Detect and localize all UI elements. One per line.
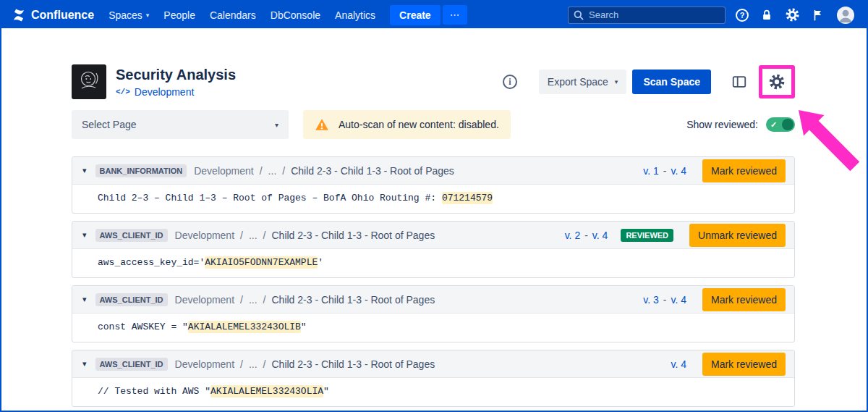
nav-item-people[interactable]: People bbox=[156, 5, 203, 25]
space-link[interactable]: Development bbox=[135, 86, 195, 98]
version-dash: - bbox=[663, 165, 667, 177]
space-settings-button[interactable] bbox=[768, 73, 786, 91]
breadcrumb-space[interactable]: Development bbox=[175, 294, 235, 306]
gear-icon bbox=[785, 7, 800, 22]
nav-item-label: Spaces bbox=[109, 9, 142, 21]
main-content: Security Analysis </> Development i Expo… bbox=[72, 64, 795, 407]
export-space-label: Export Space bbox=[548, 76, 608, 88]
version-to-link[interactable]: v. 4 bbox=[671, 294, 686, 306]
version-to-link[interactable]: v. 4 bbox=[592, 230, 608, 241]
lock-button[interactable] bbox=[760, 9, 773, 22]
more-menu-button[interactable]: ⋯ bbox=[443, 5, 467, 25]
nav-item-label: Calendars bbox=[210, 9, 256, 21]
select-page-dropdown[interactable]: Select Page ▾ bbox=[72, 110, 289, 139]
flag-icon bbox=[812, 9, 825, 22]
nav-item-calendars[interactable]: Calendars bbox=[203, 5, 263, 25]
breadcrumb: Development / ... / Child 2-3 - Child 1-… bbox=[194, 165, 454, 177]
finding-type-badge: AWS_CLIENT_ID bbox=[95, 358, 168, 371]
product-name: Confluence bbox=[31, 9, 94, 22]
code-secret-highlight: AKIALALEMEL33243OLIA bbox=[210, 385, 323, 398]
nav-item-analytics[interactable]: Analytics bbox=[328, 5, 383, 25]
create-button[interactable]: Create bbox=[390, 5, 441, 25]
version-dash: - bbox=[663, 294, 667, 306]
space-line: </> Development bbox=[116, 86, 236, 98]
breadcrumb: Development / ... / Child 2-3 - Child 1-… bbox=[175, 358, 435, 370]
mark-reviewed-button[interactable]: Mark reviewed bbox=[702, 288, 786, 311]
breadcrumb-ellipsis[interactable]: ... bbox=[268, 165, 277, 177]
breadcrumb-separator: / bbox=[263, 358, 266, 370]
chevron-down-icon: ▾ bbox=[146, 12, 150, 19]
breadcrumb-page[interactable]: Child 2-3 - Child 1-3 - Root of Pages bbox=[272, 358, 435, 370]
breadcrumb-page[interactable]: Child 2-3 - Child 1-3 - Root of Pages bbox=[272, 230, 435, 241]
help-button[interactable]: ? bbox=[736, 9, 749, 22]
flag-button[interactable] bbox=[812, 9, 825, 22]
chevron-down-icon[interactable]: ▾ bbox=[81, 295, 88, 304]
version-from-link[interactable]: v. 3 bbox=[643, 294, 659, 306]
nav-item-spaces[interactable]: Spaces ▾ bbox=[101, 5, 156, 25]
show-reviewed-control: Show reviewed: ✓ bbox=[686, 117, 795, 132]
chevron-down-icon[interactable]: ▾ bbox=[81, 359, 88, 369]
chevron-down-icon[interactable]: ▾ bbox=[81, 230, 88, 240]
chevron-down-icon: ▾ bbox=[275, 121, 278, 129]
scan-space-button[interactable]: Scan Space bbox=[632, 70, 711, 94]
nav-icon-group: ? bbox=[736, 6, 858, 25]
breadcrumb-space[interactable]: Development bbox=[175, 230, 235, 241]
header-actions: i Export Space ▾ Scan Space bbox=[503, 65, 795, 98]
nav-item-label: Analytics bbox=[335, 9, 375, 21]
annotation-arrow-icon bbox=[799, 110, 864, 175]
version-dash: - bbox=[584, 230, 588, 241]
breadcrumb-ellipsis[interactable]: ... bbox=[249, 294, 258, 306]
code-text: const AWSKEY = " bbox=[98, 321, 188, 332]
admin-settings-button[interactable] bbox=[785, 7, 800, 22]
mark-reviewed-button[interactable]: Mark reviewed bbox=[702, 353, 786, 376]
chevron-down-icon: ▾ bbox=[615, 78, 618, 85]
search-input[interactable] bbox=[568, 7, 726, 24]
select-page-value: Select Page bbox=[82, 119, 137, 130]
code-text: " bbox=[301, 321, 307, 332]
show-reviewed-label: Show reviewed: bbox=[686, 119, 758, 130]
unmark-reviewed-button[interactable]: Unmark reviewed bbox=[689, 224, 786, 247]
version-range: v. 4 bbox=[671, 358, 686, 370]
user-avatar[interactable] bbox=[836, 6, 855, 25]
code-text: // Tested with AWS " bbox=[98, 386, 210, 397]
confluence-logo[interactable]: Confluence bbox=[10, 8, 101, 22]
breadcrumb-ellipsis[interactable]: ... bbox=[249, 230, 258, 241]
version-range: v. 1 - v. 4 bbox=[643, 165, 686, 177]
annotation-highlight-box bbox=[759, 65, 795, 98]
mark-reviewed-button[interactable]: Mark reviewed bbox=[702, 159, 786, 182]
show-reviewed-toggle[interactable]: ✓ bbox=[766, 117, 795, 132]
controls-row: Select Page ▾ Auto-scan of new content: … bbox=[72, 110, 795, 139]
finding-type-badge: BANK_INFORMATION bbox=[95, 164, 187, 177]
nav-item-dbconsole[interactable]: DbConsole bbox=[263, 5, 328, 25]
code-icon: </> bbox=[116, 88, 130, 96]
avatar-icon bbox=[836, 6, 855, 25]
confluence-logo-icon bbox=[12, 8, 26, 22]
breadcrumb-space[interactable]: Development bbox=[175, 358, 235, 370]
breadcrumb-ellipsis[interactable]: ... bbox=[249, 358, 258, 370]
breadcrumb-page[interactable]: Child 2-3 - Child 1-3 - Root of Pages bbox=[272, 294, 435, 306]
finding-card: ▾ AWS_CLIENT_ID Development / ... / Chil… bbox=[72, 285, 795, 342]
export-space-button[interactable]: Export Space ▾ bbox=[539, 70, 627, 94]
space-avatar[interactable] bbox=[72, 64, 106, 99]
finding-header: ▾ AWS_CLIENT_ID Development / ... / Chil… bbox=[72, 286, 794, 314]
top-nav-bar: Confluence Spaces ▾ People Calendars DbC… bbox=[1, 1, 867, 28]
version-from-link[interactable]: v. 1 bbox=[643, 165, 659, 177]
nav-item-label: People bbox=[163, 9, 195, 21]
version-from-link[interactable]: v. 2 bbox=[565, 230, 581, 241]
breadcrumb-space[interactable]: Development bbox=[194, 165, 254, 177]
page-title: Security Analysis bbox=[116, 66, 236, 83]
page-header: Security Analysis </> Development i Expo… bbox=[72, 64, 795, 99]
breadcrumb: Development / ... / Child 2-3 - Child 1-… bbox=[175, 294, 435, 306]
version-to-link[interactable]: v. 4 bbox=[671, 358, 686, 370]
breadcrumb-separator: / bbox=[240, 230, 243, 241]
help-icon: ? bbox=[736, 9, 749, 22]
finding-code: Child 2–3 – Child 1–3 – Root of Pages – … bbox=[72, 185, 794, 213]
version-to-link[interactable]: v. 4 bbox=[671, 165, 686, 177]
code-secret-highlight: AKIALALEMEL33243OLIB bbox=[188, 321, 301, 333]
finding-header: ▾ AWS_CLIENT_ID Development / ... / Chil… bbox=[72, 222, 794, 249]
info-icon[interactable]: i bbox=[503, 75, 517, 89]
toggle-panels-button[interactable] bbox=[728, 71, 750, 93]
chevron-down-icon[interactable]: ▾ bbox=[81, 166, 88, 175]
breadcrumb-page[interactable]: Child 2-3 - Child 1-3 - Root of Pages bbox=[291, 165, 454, 177]
space-avatar-art bbox=[72, 64, 106, 99]
